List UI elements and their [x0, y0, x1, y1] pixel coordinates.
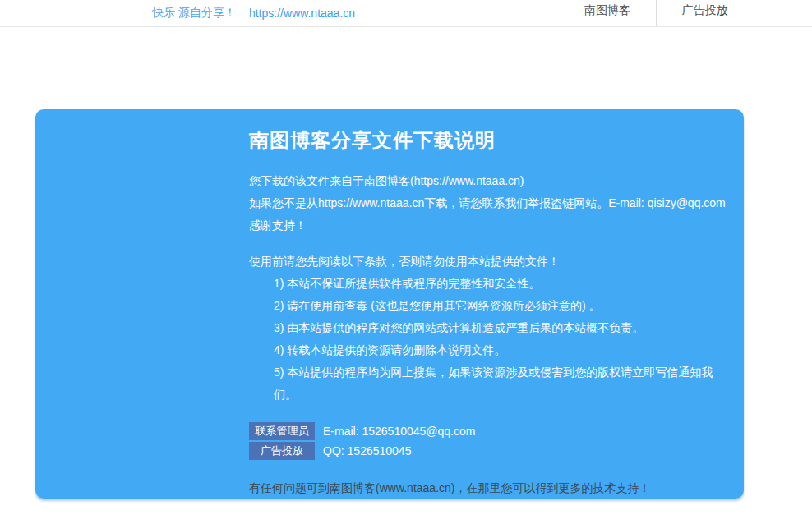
download-notice-card: 南图博客分享文件下载说明 您下载的该文件来自于南图博客(https://www.…: [35, 109, 744, 499]
card-title: 南图博客分享文件下载说明: [249, 127, 727, 154]
site-url-link[interactable]: https://www.ntaaa.cn: [249, 7, 355, 20]
contacts-section: 联系管理员 E-mail: 1526510045@qq.com 广告投放 QQ:…: [249, 422, 727, 460]
support-note: 有任何问题可到南图博客(www.ntaaa.cn)，在那里您可以得到更多的技术支…: [249, 480, 727, 496]
top-bar-left: 快乐 源自分享！ https://www.ntaaa.cn: [0, 0, 559, 26]
intro-report-line: 如果您不是从https://www.ntaaa.cn下载，请您联系我们举报盗链网…: [249, 192, 727, 237]
term-item-2: 2) 请在使用前查毒 (这也是您使用其它网络资源所必须注意的) 。: [249, 295, 727, 317]
site-motto: 快乐 源自分享！: [152, 6, 236, 21]
nav-item-blog[interactable]: 南图博客: [559, 0, 656, 26]
ads-contact-badge: 广告投放: [249, 442, 315, 460]
nav-item-ads[interactable]: 广告投放: [656, 0, 753, 26]
admin-contact-badge: 联系管理员: [249, 422, 315, 440]
contact-row-admin: 联系管理员 E-mail: 1526510045@qq.com: [249, 422, 727, 440]
ads-contact-qq: QQ: 1526510045: [323, 444, 411, 457]
contact-row-ads: 广告投放 QQ: 1526510045: [249, 442, 727, 460]
top-nav: 南图博客 广告投放: [559, 0, 753, 26]
admin-contact-email: E-mail: 1526510045@qq.com: [323, 425, 475, 438]
term-item-3: 3) 由本站提供的程序对您的网站或计算机造成严重后果的本站概不负责。: [249, 317, 727, 339]
intro-source-line: 您下载的该文件来自于南图博客(https://www.ntaaa.cn): [249, 170, 727, 192]
term-item-1: 1) 本站不保证所提供软件或程序的完整性和安全性。: [249, 273, 727, 295]
term-item-4: 4) 转载本站提供的资源请勿删除本说明文件。: [249, 339, 727, 361]
terms-list: 1) 本站不保证所提供软件或程序的完整性和安全性。 2) 请在使用前查毒 (这也…: [249, 273, 727, 406]
term-item-5: 5) 本站提供的程序均为网上搜集，如果该资源涉及或侵害到您的版权请立即写信通知我…: [249, 361, 727, 406]
top-bar: 快乐 源自分享！ https://www.ntaaa.cn 南图博客 广告投放: [0, 0, 812, 27]
terms-intro: 使用前请您先阅读以下条款，否则请勿使用本站提供的文件！: [249, 251, 727, 273]
